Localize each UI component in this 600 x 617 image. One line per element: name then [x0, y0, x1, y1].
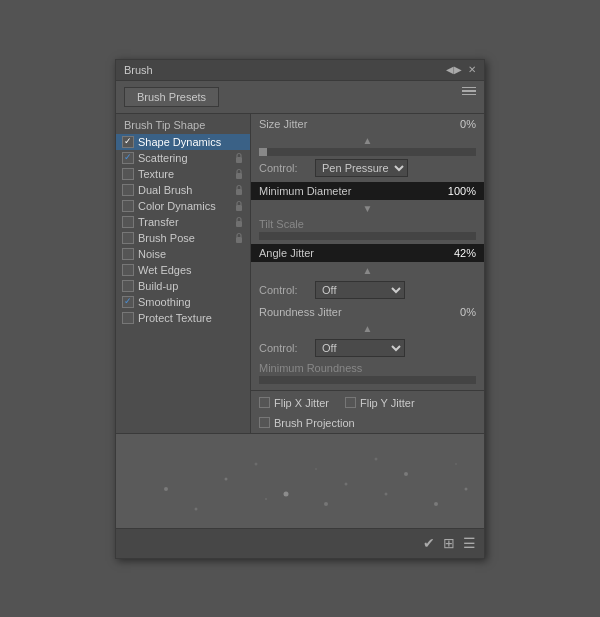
panel-title: Brush	[124, 64, 153, 76]
svg-point-8	[284, 491, 289, 496]
lock-icon-dual-brush	[234, 184, 244, 196]
angle-jitter-row: Angle Jitter 42%	[251, 244, 484, 262]
flip-x-label: Flip X Jitter	[274, 397, 329, 409]
tilt-scale-slider[interactable]	[259, 232, 476, 240]
angle-jitter-value: 42%	[436, 247, 476, 259]
control-off1-row: Control: Off	[251, 278, 484, 302]
minimum-roundness-label: Minimum Roundness	[251, 360, 484, 376]
checkbox-shape-dynamics[interactable]	[122, 136, 134, 148]
sidebar-label-texture: Texture	[138, 168, 232, 180]
control-label-2: Control:	[259, 284, 309, 296]
footer-btn-grid[interactable]: ⊞	[443, 535, 455, 551]
minimum-diameter-label: Minimum Diameter	[259, 185, 351, 197]
sidebar-item-noise[interactable]: Noise	[116, 246, 250, 262]
svg-rect-3	[236, 205, 242, 211]
checkbox-dual-brush[interactable]	[122, 184, 134, 196]
checkbox-color-dynamics[interactable]	[122, 200, 134, 212]
sidebar-item-shape-dynamics[interactable]: Shape Dynamics	[116, 134, 250, 150]
svg-rect-5	[236, 237, 242, 243]
sidebar-item-wet-edges[interactable]: Wet Edges	[116, 262, 250, 278]
size-jitter-row: Size Jitter 0%	[251, 114, 484, 134]
checkbox-wet-edges[interactable]	[122, 264, 134, 276]
svg-point-13	[195, 507, 198, 510]
sidebar-item-smoothing[interactable]: Smoothing	[116, 294, 250, 310]
minimum-diameter-value: 100%	[436, 185, 476, 197]
divider1	[251, 390, 484, 391]
slider3-up-arrow: ▲	[251, 264, 484, 278]
flip-y-item: Flip Y Jitter	[345, 397, 415, 409]
left-sidebar: Brush Tip Shape Shape Dynamics Scatterin…	[116, 114, 251, 433]
panel-footer: ✔ ⊞ ☰	[116, 528, 484, 558]
checkbox-transfer[interactable]	[122, 216, 134, 228]
sidebar-label-shape-dynamics: Shape Dynamics	[138, 136, 244, 148]
svg-rect-2	[236, 189, 242, 195]
checkbox-scattering[interactable]	[122, 152, 134, 164]
checkbox-texture[interactable]	[122, 168, 134, 180]
sidebar-label-dual-brush: Dual Brush	[138, 184, 232, 196]
sidebar-item-brush-pose[interactable]: Brush Pose	[116, 230, 250, 246]
sidebar-label-wet-edges: Wet Edges	[138, 264, 244, 276]
angle-jitter-label: Angle Jitter	[259, 247, 314, 259]
svg-point-21	[375, 457, 378, 460]
svg-point-22	[455, 463, 457, 465]
sidebar-item-transfer[interactable]: Transfer	[116, 214, 250, 230]
sidebar-item-buildup[interactable]: Build-up	[116, 278, 250, 294]
svg-point-16	[385, 492, 388, 495]
size-jitter-value: 0%	[460, 118, 476, 130]
sidebar-item-color-dynamics[interactable]: Color Dynamics	[116, 198, 250, 214]
checkbox-noise[interactable]	[122, 248, 134, 260]
slider2-down-arrow: ▼	[251, 202, 484, 216]
tilt-scale-label: Tilt Scale	[251, 216, 484, 232]
checkbox-smoothing[interactable]	[122, 296, 134, 308]
sidebar-item-texture[interactable]: Texture	[116, 166, 250, 182]
flip-x-checkbox[interactable]	[259, 397, 270, 408]
sidebar-label-noise: Noise	[138, 248, 244, 260]
size-jitter-label: Size Jitter	[259, 118, 307, 130]
slider1-up-arrow: ▲	[251, 134, 484, 148]
sidebar-item-protect-texture[interactable]: Protect Texture	[116, 310, 250, 326]
lock-icon-scattering	[234, 152, 244, 164]
sidebar-label-transfer: Transfer	[138, 216, 232, 228]
svg-rect-0	[236, 157, 242, 163]
flip-y-checkbox[interactable]	[345, 397, 356, 408]
footer-btn-check[interactable]: ✔	[423, 535, 435, 551]
control-select-pen-pressure[interactable]: Pen Pressure	[315, 159, 408, 177]
svg-point-7	[225, 477, 228, 480]
control-select-off1[interactable]: Off	[315, 281, 405, 299]
svg-point-20	[315, 468, 317, 470]
minimum-roundness-slider[interactable]	[259, 376, 476, 384]
close-button[interactable]: ✕	[468, 64, 476, 75]
control-off2-row: Control: Off	[251, 336, 484, 360]
sidebar-item-dual-brush[interactable]: Dual Brush	[116, 182, 250, 198]
brush-projection-row: Brush Projection	[251, 413, 484, 433]
svg-point-14	[265, 498, 267, 500]
lock-icon-transfer	[234, 216, 244, 228]
panel-menu-icon[interactable]	[462, 87, 476, 96]
svg-point-10	[404, 472, 408, 476]
collapse-button[interactable]: ◀▶	[446, 64, 462, 75]
titlebar-controls: ◀▶ ✕	[446, 64, 476, 75]
control-label-3: Control:	[259, 342, 309, 354]
preview-dots-svg	[116, 434, 484, 528]
top-bar: Brush Presets	[116, 81, 484, 114]
checkbox-buildup[interactable]	[122, 280, 134, 292]
lock-icon-color-dynamics	[234, 200, 244, 212]
sidebar-section-title: Brush Tip Shape	[116, 114, 250, 134]
roundness-jitter-row: Roundness Jitter 0%	[251, 302, 484, 322]
brush-panel: Brush ◀▶ ✕ Brush Presets Brush Tip Shape	[115, 59, 485, 559]
svg-rect-4	[236, 221, 242, 227]
sidebar-label-protect-texture: Protect Texture	[138, 312, 244, 324]
brush-presets-button[interactable]: Brush Presets	[124, 87, 219, 107]
checkbox-protect-texture[interactable]	[122, 312, 134, 324]
size-jitter-slider[interactable]	[259, 148, 476, 156]
size-jitter-thumb[interactable]	[259, 148, 267, 156]
brush-projection-checkbox[interactable]	[259, 417, 270, 428]
control-select-off2[interactable]: Off	[315, 339, 405, 357]
sidebar-label-brush-pose: Brush Pose	[138, 232, 232, 244]
sidebar-item-scattering[interactable]: Scattering	[116, 150, 250, 166]
footer-btn-menu[interactable]: ☰	[463, 535, 476, 551]
checkbox-brush-pose[interactable]	[122, 232, 134, 244]
roundness-jitter-label: Roundness Jitter	[259, 306, 342, 318]
main-content: Brush Tip Shape Shape Dynamics Scatterin…	[116, 114, 484, 433]
flip-row: Flip X Jitter Flip Y Jitter	[251, 393, 484, 413]
